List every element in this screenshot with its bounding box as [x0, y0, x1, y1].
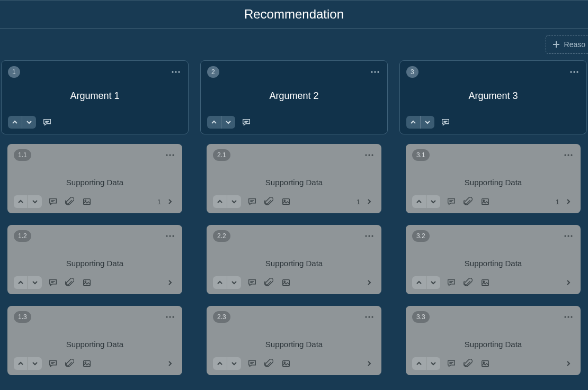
expand-button[interactable] [363, 196, 375, 207]
sub-title: Supporting Data [412, 259, 574, 268]
image-button[interactable] [280, 277, 292, 288]
vote-up-button[interactable] [213, 195, 227, 208]
supporting-data-card[interactable]: 1.2Supporting Data [7, 225, 182, 294]
vote-down-button[interactable] [227, 195, 241, 208]
image-button[interactable] [280, 358, 292, 369]
comment-button[interactable] [240, 116, 252, 128]
argument-card[interactable]: 3Argument 3 [399, 60, 587, 134]
expand-button[interactable] [563, 358, 574, 369]
comment-button[interactable] [41, 116, 53, 128]
attachment-button[interactable] [462, 196, 474, 207]
supporting-data-card[interactable]: 3.2Supporting Data [406, 225, 581, 294]
more-button[interactable] [363, 149, 375, 161]
supporting-data-card[interactable]: 2.3Supporting Data [207, 306, 381, 375]
argument-card[interactable]: 1Argument 1 [1, 60, 189, 134]
comment-button[interactable] [246, 277, 258, 288]
attachment-button[interactable] [64, 358, 76, 369]
vote-down-button[interactable] [221, 116, 235, 129]
attachment-button[interactable] [462, 277, 474, 288]
image-button[interactable] [81, 277, 93, 288]
vote-up-button[interactable] [412, 357, 426, 370]
sub-title: Supporting Data [213, 259, 375, 268]
image-button[interactable] [479, 358, 491, 369]
more-button[interactable] [369, 66, 381, 78]
comment-button[interactable] [246, 358, 258, 369]
image-button[interactable] [479, 196, 491, 207]
sub-header: 1.3 [14, 311, 176, 323]
sub-badge: 1.3 [14, 311, 31, 323]
vote-down-button[interactable] [227, 276, 241, 289]
more-button[interactable] [563, 311, 574, 323]
image-button[interactable] [81, 196, 93, 207]
vote-down-button[interactable] [426, 276, 440, 289]
vote-down-button[interactable] [28, 195, 42, 208]
supporting-data-card[interactable]: 1.1Supporting Data1 [7, 144, 182, 213]
supporting-data-card[interactable]: 1.3Supporting Data [7, 306, 182, 375]
more-button[interactable] [363, 311, 375, 323]
attachment-button[interactable] [64, 277, 76, 288]
vote-down-button[interactable] [426, 357, 440, 370]
comment-button[interactable] [440, 116, 451, 128]
supporting-data-card[interactable]: 3.3Supporting Data [406, 306, 581, 375]
supporting-data-card[interactable]: 3.1Supporting Data1 [406, 144, 581, 213]
vote-down-button[interactable] [426, 195, 440, 208]
vote-down-button[interactable] [421, 116, 434, 129]
sub-footer [213, 349, 375, 370]
comment-button[interactable] [47, 277, 59, 288]
vote-control [213, 276, 241, 289]
expand-button[interactable] [363, 358, 375, 369]
vote-up-button[interactable] [412, 276, 426, 289]
more-button[interactable] [363, 230, 375, 242]
comment-button[interactable] [446, 277, 457, 288]
vote-up-button[interactable] [213, 357, 227, 370]
comment-button[interactable] [47, 196, 59, 207]
comment-button[interactable] [446, 358, 457, 369]
more-button[interactable] [164, 230, 176, 242]
more-button[interactable] [164, 311, 176, 323]
sub-badge: 3.2 [412, 230, 430, 242]
vote-up-button[interactable] [213, 276, 227, 289]
vote-up-button[interactable] [14, 357, 28, 370]
supporting-data-card[interactable]: 2.2Supporting Data [207, 225, 381, 294]
more-button[interactable] [568, 66, 580, 78]
vote-down-button[interactable] [28, 276, 42, 289]
attachment-button[interactable] [462, 358, 474, 369]
attachment-button[interactable] [263, 358, 275, 369]
vote-up-button[interactable] [14, 195, 28, 208]
attachment-button[interactable] [64, 196, 76, 207]
expand-button[interactable] [164, 196, 176, 207]
argument-card[interactable]: 2Argument 2 [200, 60, 388, 134]
expand-button[interactable] [164, 277, 176, 288]
sub-footer: 1 [412, 187, 574, 208]
comment-button[interactable] [446, 196, 457, 207]
more-button[interactable] [170, 66, 182, 78]
attachment-button[interactable] [263, 196, 275, 207]
vote-up-button[interactable] [406, 116, 420, 129]
expand-button[interactable] [563, 196, 574, 207]
more-button[interactable] [563, 230, 574, 242]
argument-title: Argument 1 [8, 90, 182, 105]
sub-header: 2.1 [213, 149, 375, 161]
vote-up-button[interactable] [8, 116, 22, 129]
svg-point-9 [169, 235, 171, 237]
vote-down-button[interactable] [28, 357, 42, 370]
attachment-button[interactable] [263, 277, 275, 288]
more-button[interactable] [164, 149, 176, 161]
vote-up-button[interactable] [207, 116, 221, 129]
vote-down-button[interactable] [22, 116, 36, 129]
image-button[interactable] [280, 196, 292, 207]
svg-point-14 [169, 316, 171, 318]
add-reason-button[interactable]: Reaso [546, 35, 588, 54]
vote-up-button[interactable] [14, 276, 28, 289]
comment-button[interactable] [246, 196, 258, 207]
vote-down-button[interactable] [227, 357, 241, 370]
comment-button[interactable] [47, 358, 59, 369]
vote-up-button[interactable] [412, 195, 426, 208]
image-button[interactable] [479, 277, 491, 288]
supporting-data-card[interactable]: 2.1Supporting Data1 [207, 144, 381, 213]
expand-button[interactable] [363, 277, 375, 288]
image-button[interactable] [81, 358, 93, 369]
more-button[interactable] [563, 149, 574, 161]
expand-button[interactable] [563, 277, 574, 288]
expand-button[interactable] [164, 358, 176, 369]
